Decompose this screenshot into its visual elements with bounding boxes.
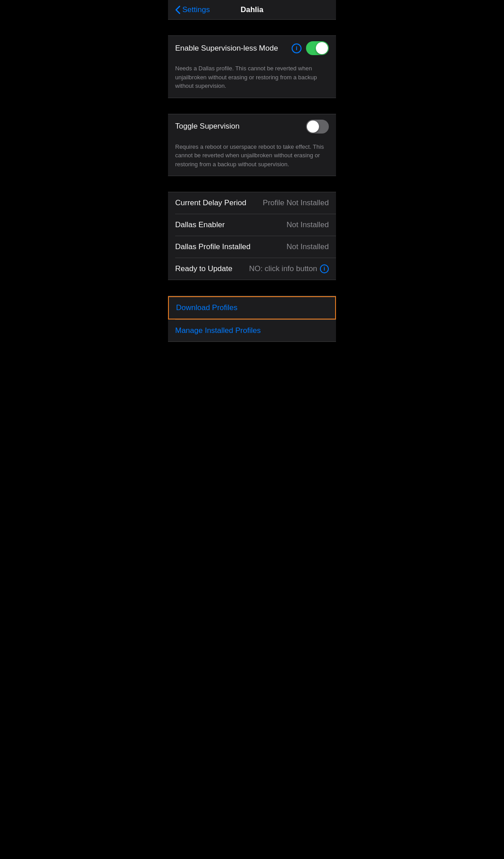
supervision-less-section: Enable Supervision-less Mode i Needs a D… (168, 35, 336, 98)
supervision-less-description: Needs a Dallas profile. This cannot be r… (168, 60, 336, 98)
toggle-supervision-section: Toggle Supervision Requires a reboot or … (168, 114, 336, 177)
ready-to-update-info-icon[interactable]: i (320, 264, 329, 273)
supervision-less-info-icon[interactable]: i (292, 43, 302, 53)
ready-to-update-value: NO: click info button (249, 264, 317, 273)
gap-1 (168, 98, 336, 114)
supervision-less-label: Enable Supervision-less Mode (175, 44, 278, 53)
toggle-supervision-knob (307, 121, 319, 133)
action-rows-section: Download Profiles Manage Installed Profi… (168, 296, 336, 342)
info-rows-section: Current Delay Period Profile Not Install… (168, 192, 336, 280)
ready-to-update-row: Ready to Update NO: click info button i (168, 258, 336, 280)
manage-profiles-row[interactable]: Manage Installed Profiles (168, 320, 336, 341)
supervision-less-toggle[interactable] (306, 41, 329, 55)
dallas-profile-installed-value: Not Installed (287, 242, 329, 251)
toggle-supervision-row: Toggle Supervision (168, 114, 336, 139)
current-delay-period-row: Current Delay Period Profile Not Install… (168, 192, 336, 214)
dallas-profile-installed-row: Dallas Profile Installed Not Installed (168, 236, 336, 258)
manage-profiles-label: Manage Installed Profiles (175, 326, 261, 335)
download-profiles-label: Download Profiles (176, 303, 237, 312)
dallas-enabler-label: Dallas Enabler (175, 220, 225, 229)
gap-2 (168, 176, 336, 192)
supervision-less-left: Enable Supervision-less Mode (175, 44, 278, 53)
back-button[interactable]: Settings (175, 5, 210, 14)
dallas-enabler-row: Dallas Enabler Not Installed (168, 214, 336, 236)
page-title: Dahlia (241, 5, 263, 14)
toggle-supervision-label: Toggle Supervision (175, 122, 240, 131)
top-spacer (168, 20, 336, 35)
dallas-enabler-value: Not Installed (287, 220, 329, 229)
dallas-profile-installed-label: Dallas Profile Installed (175, 242, 250, 251)
back-label: Settings (182, 5, 210, 14)
toggle-supervision-toggle[interactable] (306, 120, 329, 134)
ready-to-update-value-container: NO: click info button i (249, 264, 329, 273)
toggle-knob (316, 42, 328, 54)
nav-bar: Settings Dahlia (168, 0, 336, 20)
current-delay-period-label: Current Delay Period (175, 199, 246, 207)
current-delay-period-value: Profile Not Installed (263, 199, 329, 207)
supervision-less-row: Enable Supervision-less Mode i (168, 36, 336, 60)
toggle-supervision-description: Requires a reboot or userspace reboot to… (168, 139, 336, 176)
ready-to-update-label: Ready to Update (175, 264, 233, 273)
download-profiles-row[interactable]: Download Profiles (168, 296, 336, 319)
